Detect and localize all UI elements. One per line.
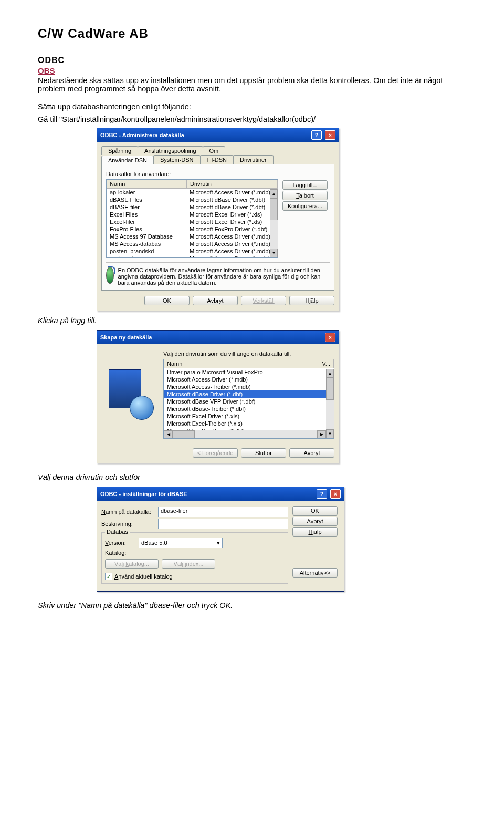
scroll-up-icon[interactable]: ▲ xyxy=(270,189,278,198)
database-group-label: Databas xyxy=(105,529,130,535)
dsn-row[interactable]: dBASE FilesMicrosoft dBase Driver (*.dbf… xyxy=(107,196,278,203)
use-current-catalog-label: Använd aktuell katalog xyxy=(114,573,173,580)
cancel-button[interactable]: Avbryt xyxy=(289,448,334,458)
scroll-up-icon[interactable]: ▲ xyxy=(326,369,334,378)
globe-icon xyxy=(106,267,114,284)
instructions-line2: Gå till "Start/inställningar/kontrollpan… xyxy=(38,115,466,123)
doc-title: C/W CadWare AB xyxy=(38,26,466,41)
driver-row[interactable]: Microsoft Excel Driver (*.xls)4 xyxy=(164,413,334,420)
dsn-row[interactable]: Excel-filerMicrosoft Excel Driver (*.xls… xyxy=(107,218,278,225)
scroll-down-icon[interactable]: ▼ xyxy=(270,249,278,257)
scroll-right-icon[interactable]: ▶ xyxy=(317,430,326,438)
description-input[interactable] xyxy=(158,519,288,529)
chevron-down-icon[interactable]: ▾ xyxy=(217,540,220,547)
version-combo[interactable]: dBase 5.0▾ xyxy=(139,538,223,548)
dsn-row[interactable]: MS Access 97 DatabaseMicrosoft Access Dr… xyxy=(107,233,278,240)
tab-system-dsn[interactable]: System-DSN xyxy=(153,155,201,164)
use-current-catalog-checkbox[interactable]: ✓ xyxy=(105,573,112,580)
dsn-listbox[interactable]: Namn Drivrutin ap-lokalerMicrosoft Acces… xyxy=(106,179,278,258)
name-field-note: Skriv under "Namn på datakälla" dbase-fi… xyxy=(38,601,466,610)
scroll-thumb[interactable] xyxy=(270,198,278,220)
obs-label: OBS xyxy=(38,66,466,75)
col-name2[interactable]: Namn xyxy=(164,359,314,368)
ok-button[interactable]: OK xyxy=(292,506,338,516)
vscrollbar2[interactable]: ▲ ▼ xyxy=(326,369,334,438)
dsn-row[interactable]: posten_brandskdMicrosoft Access Driver (… xyxy=(107,248,278,255)
hscrollbar[interactable]: ◀ ▶ xyxy=(164,430,326,438)
tab-file-dsn[interactable]: Fil-DSN xyxy=(200,155,234,164)
driver-row[interactable]: Driver para o Microsoft Visual FoxPro1 xyxy=(164,368,334,376)
click-add-note: Klicka på lägg till. xyxy=(38,316,466,325)
scroll-thumb[interactable] xyxy=(326,378,334,400)
driver-row[interactable]: Microsoft Access-Treiber (*.mdb)4 xyxy=(164,383,334,390)
dbase-settings-dialog: ODBC - inställningar för dBASE ? × Namn … xyxy=(97,487,344,592)
create-dsn-dialog: Skapa ny datakälla × Välj den drivrutin … xyxy=(97,330,339,463)
dbase-settings-title: ODBC - inställningar för dBASE xyxy=(100,491,187,497)
user-sources-label: Datakällor för användare: xyxy=(106,171,330,177)
finish-button[interactable]: Slutför xyxy=(241,448,286,458)
lbl-catalog: Katalog: xyxy=(105,550,134,556)
odbc-admin-title: ODBC - Administrera datakälla xyxy=(100,132,184,138)
vscrollbar[interactable]: ▲ ▼ xyxy=(270,189,278,257)
lbl-dsn-name: Namn på datakälla: xyxy=(101,509,154,515)
driver-row[interactable]: Microsoft dBase VFP Driver (*.dbf)1 xyxy=(164,398,334,405)
driver-row[interactable]: Microsoft dBase Driver (*.dbf)4 xyxy=(164,390,334,398)
info-text: En ODBC-datakälla för användare lagrar i… xyxy=(118,267,330,286)
dsn-row[interactable]: ap-lokalerMicrosoft Access Driver (*.mdb… xyxy=(107,189,278,196)
instructions-line1: Sätta upp databashanteringen enligt följ… xyxy=(38,102,466,111)
dsn-row[interactable]: MS Access-databasMicrosoft Access Driver… xyxy=(107,240,278,248)
close-icon[interactable]: × xyxy=(330,489,341,499)
help-button[interactable]: Hjälp xyxy=(292,527,338,537)
driver-prompt: Välj den drivrutin som du vill ange en d… xyxy=(163,351,334,357)
tab-drivers[interactable]: Drivrutiner xyxy=(233,155,274,164)
driver-row[interactable]: Microsoft dBase-Treiber (*.dbf)4 xyxy=(164,405,334,413)
driver-row[interactable]: Microsoft Access Driver (*.mdb)4 xyxy=(164,376,334,383)
prev-button: < Föregående xyxy=(193,448,238,458)
dsn-row[interactable]: dBASE-filerMicrosoft dBase Driver (*.dbf… xyxy=(107,203,278,211)
driver-listbox[interactable]: Namn V... Driver para o Microsoft Visual… xyxy=(163,359,334,439)
intro-paragraph: Nedanstående ska sättas upp av installat… xyxy=(38,76,466,93)
tab-about[interactable]: Om xyxy=(203,146,226,155)
col-driver[interactable]: Drivrutin xyxy=(187,180,278,188)
dsn-row[interactable]: FoxPro FilesMicrosoft FoxPro Driver (*.d… xyxy=(107,225,278,233)
ok-button[interactable]: OK xyxy=(144,296,190,305)
close-icon[interactable]: × xyxy=(325,130,335,140)
options-button[interactable]: Alternativ>> xyxy=(292,568,338,578)
help-icon[interactable]: ? xyxy=(311,130,322,140)
close-icon[interactable]: × xyxy=(325,333,335,342)
lbl-version: Version: xyxy=(105,540,134,546)
help-icon[interactable]: ? xyxy=(317,489,327,499)
lbl-description: Beskrivning: xyxy=(101,521,154,527)
configure-button[interactable]: Konfigurera... xyxy=(282,201,328,211)
apply-button: Verkställ xyxy=(241,296,286,305)
cancel-button[interactable]: Avbryt xyxy=(193,296,238,305)
section-heading: ODBC xyxy=(38,56,466,65)
wizard-icon xyxy=(107,367,154,420)
col-name[interactable]: Namn xyxy=(107,180,187,188)
cancel-button[interactable]: Avbryt xyxy=(292,517,338,526)
pick-driver-note: Välj denna drivrutin och slutför xyxy=(38,473,466,481)
dsn-row[interactable]: Excel FilesMicrosoft Excel Driver (*.xls… xyxy=(107,211,278,218)
add-button[interactable]: Lägg till... xyxy=(282,180,328,190)
dsn-name-input[interactable]: dbase-filer xyxy=(158,507,288,517)
tab-pooling[interactable]: Anslutningspoolning xyxy=(138,146,203,155)
choose-index-button: Välj index... xyxy=(162,559,215,569)
tab-user-dsn[interactable]: Användar-DSN xyxy=(101,156,154,164)
choose-catalog-button: Välj katalog... xyxy=(105,559,159,569)
create-dsn-title: Skapa ny datakälla xyxy=(100,334,152,341)
scroll-down-icon[interactable]: ▼ xyxy=(326,429,334,438)
remove-button[interactable]: Ta bort xyxy=(282,191,328,200)
hscroll-thumb[interactable] xyxy=(173,430,195,438)
scroll-left-icon[interactable]: ◀ xyxy=(164,430,173,438)
help-button[interactable]: Hjälp xyxy=(289,296,334,305)
driver-row[interactable]: Microsoft Excel-Treiber (*.xls)4 xyxy=(164,420,334,427)
dsn-row[interactable]: posten_doorMicrosoft Access Driver (*.md… xyxy=(107,255,278,258)
col-ver[interactable]: V... xyxy=(314,359,334,368)
tab-tracing[interactable]: Spårning xyxy=(101,146,138,155)
odbc-admin-dialog: ODBC - Administrera datakälla ? × Spårni… xyxy=(97,128,339,311)
